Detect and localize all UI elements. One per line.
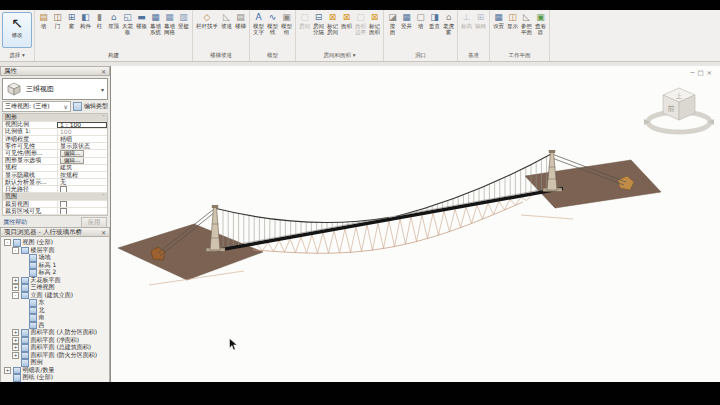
view-icon xyxy=(29,262,37,270)
tree-item[interactable]: 图例 xyxy=(4,359,109,367)
checkbox[interactable] xyxy=(60,201,67,207)
tree-item[interactable]: -楼层平面 xyxy=(4,247,109,255)
viewer-icon: ▣ xyxy=(536,12,545,23)
window-button[interactable]: ⊞窗 xyxy=(65,12,78,29)
vertical-opening-button[interactable]: ◨垂直 xyxy=(428,12,441,29)
ribbon-section-room-area-label[interactable]: 房间和面积 ▾ xyxy=(298,51,381,61)
close-icon[interactable]: × xyxy=(707,69,715,77)
ribbon-section-select-label[interactable]: 选择 ▾ xyxy=(2,51,32,61)
edit-type-button[interactable]: 编辑类型 xyxy=(73,101,108,112)
tree-item[interactable]: +面积平面 (防火分区面积) xyxy=(4,352,109,360)
property-value[interactable]: 无 xyxy=(57,179,107,185)
shaft-button[interactable]: ▦竖井 xyxy=(400,12,413,29)
room-separator-button[interactable]: ⊟房间 分隔 xyxy=(312,12,325,35)
level-button[interactable]: ⊥标高 xyxy=(460,12,473,29)
view-icon xyxy=(29,254,37,262)
expand-icon[interactable]: + xyxy=(4,367,11,374)
property-value[interactable]: 编辑... xyxy=(57,150,107,156)
opening-by-face-button[interactable]: ◪按 面 xyxy=(386,12,399,35)
door-button[interactable]: ◫门 xyxy=(51,12,64,29)
floor-button[interactable]: ▬楼板 xyxy=(135,12,148,29)
ramp-button[interactable]: ◺坡道 xyxy=(220,12,233,29)
view-icon xyxy=(29,299,37,307)
wall-label: 墙 xyxy=(41,23,47,29)
expand-icon[interactable]: + xyxy=(12,352,19,359)
property-value[interactable]: 精细 xyxy=(57,136,107,142)
apply-button[interactable]: 应用 xyxy=(81,217,107,227)
viewer-button[interactable]: ▣查看器 xyxy=(534,12,547,35)
tree-item[interactable]: 南 xyxy=(4,314,109,322)
type-selector[interactable]: 三维视图 ▾ xyxy=(2,78,108,100)
drawing-area[interactable]: ─□× 上 前 xyxy=(110,66,720,382)
wall-opening-button[interactable]: ▢墙 xyxy=(414,12,427,29)
column-button[interactable]: ▮柱 xyxy=(93,12,106,29)
modify-button[interactable]: ↖修改 xyxy=(2,12,32,48)
tree-item[interactable]: 北 xyxy=(4,307,109,315)
type-selector-label: 三维视图 xyxy=(26,84,54,94)
curtain-grid-button[interactable]: ▦幕墙 网格 xyxy=(163,12,176,35)
curtain-system-button[interactable]: ▦幕墙 系统 xyxy=(149,12,162,35)
checkbox[interactable] xyxy=(60,186,67,192)
edit-button[interactable]: 编辑... xyxy=(60,158,84,164)
viewcube-front-label[interactable]: 前 xyxy=(668,105,675,113)
stair-button[interactable]: ▤楼梯 xyxy=(234,12,247,29)
properties-help-link[interactable]: 属性帮助 xyxy=(3,218,27,227)
area-boundary-button[interactable]: ▢面积 边界 xyxy=(354,12,367,35)
tree-item[interactable]: 标高 1 xyxy=(4,262,109,270)
ceiling-button[interactable]: ◱天花板 xyxy=(121,12,134,35)
checkbox[interactable] xyxy=(60,208,67,214)
property-value[interactable] xyxy=(57,201,107,207)
railing-button[interactable]: ◇栏杆扶手 xyxy=(195,12,219,29)
property-value[interactable] xyxy=(57,208,107,214)
roof-button[interactable]: ⌂屋顶 xyxy=(107,12,120,29)
tag-room-button[interactable]: ⊠标记 房间 xyxy=(326,12,339,35)
tree-item[interactable]: 图纸 (全部) xyxy=(4,374,109,382)
area-boundary-icon: ▢ xyxy=(356,12,365,23)
property-value[interactable]: 显示原状态 xyxy=(57,143,107,149)
tree-item[interactable]: -立面 (建筑立面) xyxy=(4,292,109,300)
close-icon[interactable]: ✕ xyxy=(101,229,106,236)
view-window-controls[interactable]: ─□× xyxy=(690,69,715,77)
show-work-plane-button[interactable]: ◫显示 xyxy=(506,12,519,29)
expand-icon[interactable]: + xyxy=(12,329,19,336)
bridge-deck xyxy=(217,188,563,250)
viewcube[interactable]: 上 前 xyxy=(642,82,716,138)
grid-button[interactable]: ⊞轴网 xyxy=(474,12,487,29)
tree-item[interactable]: -视图 (全部) xyxy=(4,239,109,247)
property-value[interactable]: 建筑 xyxy=(57,165,107,171)
area-button[interactable]: ⊠面积 xyxy=(340,12,353,29)
property-value[interactable]: 1 : 100 xyxy=(57,122,107,128)
expand-icon[interactable]: + xyxy=(12,344,19,351)
close-icon[interactable]: ✕ xyxy=(101,68,106,75)
collapse-icon[interactable]: - xyxy=(4,239,11,246)
wall-button[interactable]: ▤墙 xyxy=(37,12,50,29)
model-text-button[interactable]: A模型 文字 xyxy=(252,12,265,35)
model-group-button[interactable]: ▣模型 组 xyxy=(280,12,293,35)
instance-selector[interactable]: 三维视图: (三维) ∨ xyxy=(2,101,71,112)
expand-icon[interactable]: + xyxy=(12,277,19,284)
expand-icon[interactable]: + xyxy=(12,337,19,344)
tree-item[interactable]: +明细表/数量 xyxy=(4,367,109,375)
mullion-button[interactable]: ▥竖梃 xyxy=(177,12,190,29)
tree-item[interactable]: +天花板平面 xyxy=(4,277,109,285)
room-button[interactable]: ▢房间 xyxy=(298,12,311,29)
property-value[interactable]: 按规程 xyxy=(57,172,107,178)
model-line-icon: ∿ xyxy=(269,12,277,23)
tag-area-button[interactable]: ⊠标记 面积 xyxy=(368,12,381,35)
expand-icon[interactable]: + xyxy=(12,284,19,291)
model-line-button[interactable]: ∿模型 线 xyxy=(266,12,279,35)
collapse-icon[interactable]: - xyxy=(12,247,19,254)
tree-item[interactable]: 东 xyxy=(4,299,109,307)
property-value[interactable] xyxy=(57,186,107,192)
curtain-grid-label: 幕墙 网格 xyxy=(164,23,175,35)
ref-plane-button[interactable]: ◺参照 平面 xyxy=(520,12,533,35)
collapse-icon[interactable]: - xyxy=(12,292,19,299)
dormer-button[interactable]: ⌂老虎窗 xyxy=(442,12,455,35)
restore-icon[interactable]: □ xyxy=(697,69,706,77)
property-value[interactable]: 编辑... xyxy=(57,158,107,164)
set-work-plane-button[interactable]: ▦设置 xyxy=(492,12,505,29)
viewcube-top-label[interactable]: 上 xyxy=(675,92,682,99)
component-button[interactable]: ◧构件 xyxy=(79,12,92,29)
tree-item[interactable]: 场地 xyxy=(4,254,109,262)
edit-button[interactable]: 编辑... xyxy=(60,150,84,156)
